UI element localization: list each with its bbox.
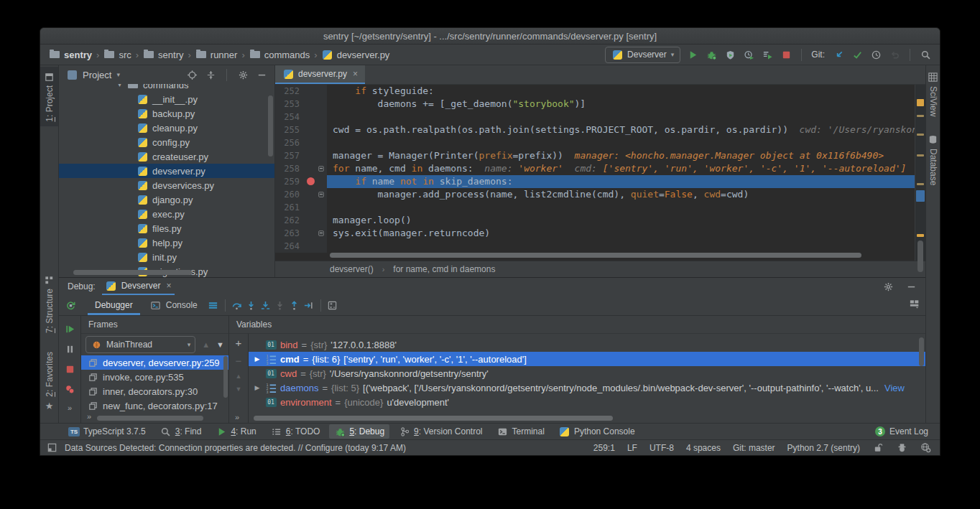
- rollback-button[interactable]: [889, 49, 900, 60]
- tree-item[interactable]: init.py: [59, 250, 274, 264]
- tree-item[interactable]: ▾commands: [59, 84, 274, 92]
- code-editor[interactable]: 252 if styleguide:253 daemons += [_get_d…: [275, 85, 915, 261]
- code-line[interactable]: 263sys.exit(manager.returncode): [275, 227, 915, 240]
- fold-gutter[interactable]: [317, 175, 327, 188]
- code-line[interactable]: 254: [275, 111, 915, 123]
- breakpoint-gutter[interactable]: [305, 149, 317, 162]
- frame-row[interactable]: new_func, decorators.py:17: [81, 398, 228, 413]
- fold-gutter[interactable]: [317, 136, 327, 149]
- view-link[interactable]: View: [884, 383, 905, 393]
- code-line[interactable]: 260 manager.add_process(name, list2cmdli…: [275, 188, 915, 201]
- variable-row[interactable]: ▶123daemons = {list: 5} [('webpack', ['/…: [249, 380, 925, 395]
- code-line[interactable]: 253 daemons += [_get_daemon("storybook")…: [275, 98, 915, 111]
- breakpoint-icon[interactable]: [307, 177, 315, 185]
- expand-arrow-icon[interactable]: ▶: [253, 384, 262, 391]
- gear-icon[interactable]: [237, 69, 249, 80]
- breadcrumb-item[interactable]: devserver.py: [322, 49, 390, 60]
- editor-breadcrumb-item[interactable]: for name, cmd in daemons: [393, 264, 495, 274]
- minimize-window-button[interactable]: [62, 32, 70, 40]
- error-stripe-mark[interactable]: [917, 234, 924, 237]
- update-project-button[interactable]: [833, 49, 844, 60]
- restore-layout-button[interactable]: [908, 299, 920, 310]
- tree-item[interactable]: help.py: [59, 235, 274, 250]
- status-widget[interactable]: UTF-8: [650, 443, 674, 453]
- error-stripe-mark[interactable]: [917, 134, 924, 136]
- status-widget[interactable]: Git: master: [733, 443, 775, 453]
- add-watch-button[interactable]: +: [236, 337, 242, 349]
- stop-process-button[interactable]: [64, 363, 75, 375]
- debug-tab-debugger[interactable]: Debugger: [88, 295, 140, 315]
- error-stripe-mark[interactable]: [917, 183, 924, 185]
- tree-item[interactable]: __init__.py: [59, 92, 274, 106]
- line-number[interactable]: 256: [275, 136, 305, 149]
- breakpoint-gutter[interactable]: [305, 227, 317, 240]
- fold-gutter[interactable]: [317, 201, 327, 214]
- breadcrumb-item[interactable]: sentry: [143, 49, 183, 60]
- breakpoint-gutter[interactable]: [305, 85, 317, 98]
- horizontal-scrollbar[interactable]: [254, 416, 613, 421]
- vertical-scrollbar[interactable]: [919, 337, 924, 366]
- run-button[interactable]: [687, 49, 698, 60]
- error-stripe-mark[interactable]: [917, 115, 924, 117]
- fold-gutter[interactable]: [317, 98, 327, 111]
- hide-toolwindow-button[interactable]: [256, 69, 267, 80]
- editor-tab-devserver[interactable]: devserver.py ×: [275, 65, 365, 84]
- tree-item[interactable]: devserver.py: [59, 164, 274, 178]
- window-controls[interactable]: [47, 32, 85, 40]
- scrollbar-thumb[interactable]: [917, 241, 923, 272]
- toolwindow-button-python-console[interactable]: Python Console: [554, 424, 640, 439]
- line-number[interactable]: 259: [275, 175, 305, 188]
- line-number[interactable]: 264: [275, 240, 305, 253]
- more-actions-button[interactable]: »: [68, 403, 72, 412]
- breakpoint-gutter[interactable]: [305, 162, 317, 175]
- inspections-profile-icon[interactable]: [896, 442, 907, 454]
- code-line[interactable]: 259 if name not in skip_daemons:: [275, 175, 915, 188]
- project-view-title[interactable]: Project: [83, 70, 111, 80]
- fold-marker-icon[interactable]: [318, 166, 324, 172]
- toolwindow-button-3-find[interactable]: 3: Find: [155, 424, 207, 439]
- breakpoint-gutter[interactable]: [305, 240, 317, 253]
- toolwindow-stripe--project[interactable]: 1: Project: [40, 67, 58, 126]
- expand-arrow-icon[interactable]: ▶: [253, 355, 262, 363]
- tree-item[interactable]: createuser.py: [59, 149, 274, 164]
- frame-row[interactable]: inner, decorators.py:30: [81, 384, 228, 398]
- move-down-button[interactable]: ▼: [236, 386, 242, 393]
- data-sources-icon[interactable]: [920, 442, 931, 454]
- step-into-button[interactable]: [246, 299, 257, 311]
- variable-row[interactable]: 01environment = {unicode} u'development': [249, 395, 925, 409]
- move-up-button[interactable]: ▲: [236, 373, 242, 380]
- vertical-scrollbar[interactable]: [223, 356, 228, 398]
- toolwindow-button-terminal[interactable]: Terminal: [492, 424, 550, 439]
- fold-gutter[interactable]: [317, 240, 327, 253]
- resume-button[interactable]: [64, 323, 75, 335]
- fold-marker-icon[interactable]: [318, 192, 324, 197]
- locate-file-button[interactable]: [186, 69, 198, 80]
- breadcrumb-item[interactable]: sentry: [49, 49, 92, 60]
- close-tab-icon[interactable]: ×: [353, 69, 358, 79]
- fold-gutter[interactable]: [317, 85, 327, 98]
- tree-item[interactable]: exec.py: [59, 207, 274, 221]
- line-number[interactable]: 258: [275, 162, 305, 175]
- close-session-icon[interactable]: ×: [166, 281, 171, 291]
- code-line[interactable]: 256: [275, 136, 915, 149]
- more-chevrons-icon[interactable]: »: [87, 412, 91, 421]
- breadcrumb-item[interactable]: commands: [249, 49, 310, 60]
- run-with-coverage-button[interactable]: [724, 49, 736, 60]
- thread-select[interactable]: MainThread ▾: [85, 336, 195, 353]
- code-line[interactable]: 261: [275, 201, 915, 214]
- variable-row[interactable]: ▶123cmd = {list: 6} ['sentry', 'run', 'w…: [249, 352, 925, 366]
- breakpoint-gutter[interactable]: [305, 136, 317, 149]
- toolwindow-button-5-debug[interactable]: 5: Debug: [329, 424, 389, 439]
- tree-item[interactable]: files.py: [59, 221, 274, 235]
- chevron-down-icon[interactable]: ▾: [116, 71, 120, 78]
- more-chevrons-icon[interactable]: »: [235, 413, 239, 421]
- toolwindow-stripe--favorites[interactable]: 2: Favorites★: [40, 347, 58, 416]
- toolwindow-button-9-version-control[interactable]: 9: Version Control: [394, 424, 487, 439]
- threads-view-menu-button[interactable]: [208, 299, 219, 311]
- search-everywhere-button[interactable]: [920, 49, 931, 60]
- breadcrumb-item[interactable]: runner: [195, 49, 238, 60]
- code-line[interactable]: 257manager = Manager(Printer(prefix=pref…: [275, 149, 915, 162]
- collapse-all-button[interactable]: [205, 69, 216, 80]
- line-number[interactable]: 253: [275, 98, 305, 111]
- breakpoint-gutter[interactable]: [305, 188, 317, 201]
